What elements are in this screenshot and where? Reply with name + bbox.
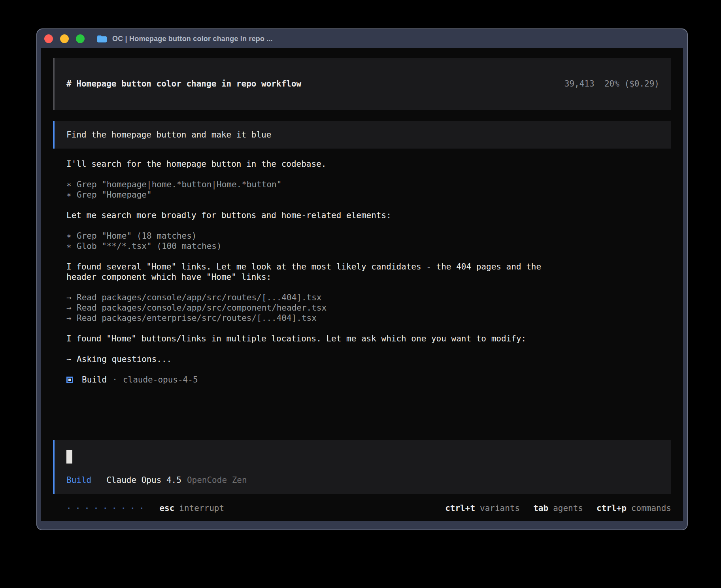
tool-call-group: ∗Grep "Home" (18 matches) ∗Glob "**/*.ts… (66, 231, 671, 251)
assistant-paragraph-line: header component which have "Home" links… (66, 272, 671, 282)
status-line: ~Asking questions... (66, 354, 671, 364)
shortcut-variants: ctrl+tvariants (445, 503, 520, 514)
shortcut-key: ctrl+p (596, 503, 627, 513)
spinner-icon: ········· (66, 503, 148, 514)
tool-call: ∗Grep "Home" (18 matches) (66, 231, 671, 241)
read-arrow-icon: → (66, 303, 77, 313)
agent-model: claude-opus-4-5 (123, 375, 198, 385)
tool-call: ∗Grep "Homepage" (66, 190, 671, 200)
session-stats: 39,413 20% ($0.29) (525, 68, 659, 99)
session-header: # Homepage button color change in repo w… (53, 58, 671, 110)
esc-key-hint: esc (159, 503, 174, 514)
user-message: Find the homepage button and make it blu… (53, 121, 671, 149)
close-button-icon[interactable] (44, 34, 53, 43)
assistant-paragraph: Let me search more broadly for buttons a… (66, 210, 671, 220)
tool-marker-icon: ∗ (66, 231, 77, 241)
esc-key-label: interrupt (179, 503, 224, 514)
folder-icon (96, 34, 108, 43)
input-agent-label[interactable]: Build (66, 475, 91, 485)
tool-call: →Read packages/console/app/src/routes/[.… (66, 292, 671, 303)
tool-call-text: Grep "Home" (18 matches) (77, 231, 196, 241)
agent-name: Build (82, 375, 107, 385)
input-provider-label: OpenCode Zen (187, 475, 247, 485)
tool-call: ∗Glob "**/*.tsx" (100 matches) (66, 241, 671, 251)
read-arrow-icon: → (66, 313, 77, 323)
assistant-paragraph: I found "Home" buttons/links in multiple… (66, 334, 671, 344)
assistant-paragraph-line: I found several "Home" links. Let me loo… (66, 262, 671, 272)
agent-line: Build · claude-opus-4-5 (66, 375, 671, 385)
shortcut-label: variants (480, 503, 520, 513)
shortcut-key: ctrl+t (445, 503, 475, 513)
minimize-button-icon[interactable] (60, 34, 69, 43)
tool-call-text: Read packages/enterprise/src/routes/[...… (77, 313, 317, 323)
status-marker-icon: ~ (66, 354, 77, 364)
input-status-row: Build Claude Opus 4.5 OpenCode Zen (66, 475, 659, 485)
agent-badge-icon (66, 377, 73, 383)
assistant-paragraph: I found several "Home" links. Let me loo… (66, 262, 671, 282)
shortcut-agents: tabagents (533, 503, 583, 514)
shortcut-key: tab (533, 503, 548, 513)
status-bar-left: ········· esc interrupt (66, 503, 224, 514)
session-title: # Homepage button color change in repo w… (66, 79, 301, 89)
titlebar: OC | Homepage button color change in rep… (37, 29, 687, 48)
prompt-input[interactable]: Build Claude Opus 4.5 OpenCode Zen (53, 440, 671, 494)
status-text: Asking questions... (77, 354, 172, 364)
tool-call: →Read packages/enterprise/src/routes/[..… (66, 313, 671, 323)
tool-call-text: Glob "**/*.tsx" (100 matches) (77, 241, 222, 251)
terminal-window: OC | Homepage button color change in rep… (36, 28, 688, 530)
shortcut-commands: ctrl+pcommands (596, 503, 671, 514)
status-bar-right: ctrl+tvariants tabagents ctrl+pcommands (432, 503, 671, 514)
read-arrow-icon: → (66, 292, 77, 303)
text-cursor (66, 450, 72, 464)
shortcut-label: agents (553, 503, 583, 513)
window-title: OC | Homepage button color change in rep… (112, 35, 273, 43)
token-count: 39,413 (564, 79, 595, 89)
separator-dot: · (112, 375, 117, 385)
shortcut-label: commands (631, 503, 671, 513)
tool-marker-icon: ∗ (66, 241, 77, 251)
tool-call-group: ∗Grep "homepage|home.*button|Home.*butto… (66, 179, 671, 200)
tool-call-text: Grep "homepage|home.*button|Home.*button… (77, 180, 281, 189)
tool-call-text: Grep "Homepage" (77, 190, 152, 200)
tool-marker-icon: ∗ (66, 190, 77, 200)
transcript: I'll search for the homepage button in t… (53, 149, 671, 385)
tool-call-group: →Read packages/console/app/src/routes/[.… (66, 292, 671, 323)
user-message-text: Find the homepage button and make it blu… (66, 130, 271, 139)
tool-call-text: Read packages/console/app/src/routes/[..… (77, 293, 322, 302)
status-bar: ········· esc interrupt ctrl+tvariants t… (53, 503, 671, 514)
tool-marker-icon: ∗ (66, 179, 77, 190)
zoom-button-icon[interactable] (76, 34, 85, 43)
context-cost: 20% ($0.29) (604, 79, 659, 89)
terminal-content: # Homepage button color change in repo w… (41, 48, 683, 521)
input-model-label: Claude Opus 4.5 (106, 475, 181, 485)
tool-call-text: Read packages/console/app/src/component/… (77, 303, 327, 313)
tool-call: →Read packages/console/app/src/component… (66, 303, 671, 313)
tool-call: ∗Grep "homepage|home.*button|Home.*butto… (66, 179, 671, 190)
assistant-paragraph: I'll search for the homepage button in t… (66, 159, 671, 169)
